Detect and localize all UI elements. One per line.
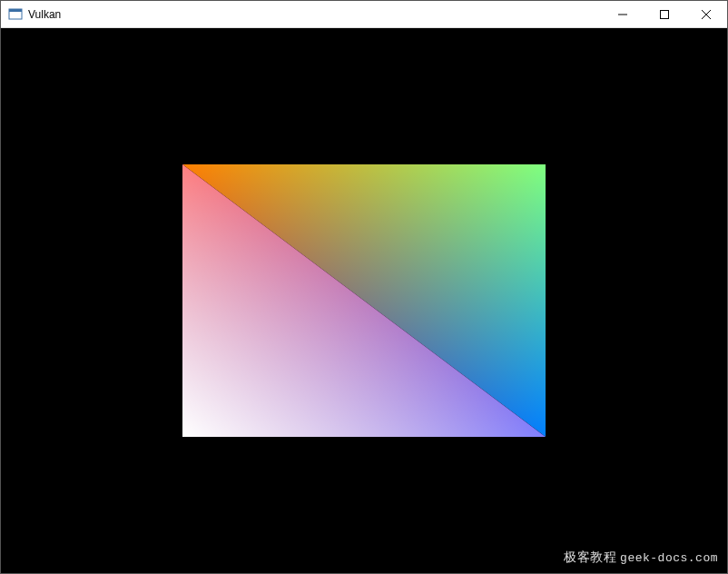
minimize-button[interactable] (602, 1, 644, 27)
svg-rect-3 (661, 10, 669, 18)
maximize-button[interactable] (644, 1, 685, 27)
watermark: 极客教程geek-docs.com (564, 549, 718, 566)
window-controls (602, 1, 727, 27)
titlebar[interactable]: Vulkan (1, 1, 727, 28)
app-window: Vulkan (0, 0, 728, 574)
app-icon (8, 7, 23, 22)
watermark-en: geek-docs.com (620, 551, 718, 565)
svg-rect-1 (9, 9, 22, 12)
close-button[interactable] (685, 1, 727, 27)
render-surface: 极客教程geek-docs.com (1, 28, 727, 573)
gradient-quad (182, 164, 546, 437)
watermark-zh: 极客教程 (564, 550, 616, 564)
window-title: Vulkan (28, 8, 61, 21)
